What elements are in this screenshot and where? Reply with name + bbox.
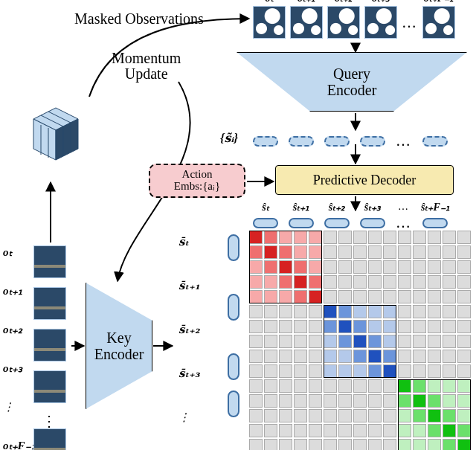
token	[228, 353, 239, 380]
masked-thumb: õₜ₊F₋₁	[422, 6, 455, 39]
masked-thumb: õₜ₊₂	[327, 6, 360, 39]
masked-obs-label: Masked Observations	[74, 10, 204, 28]
token	[422, 218, 448, 228]
obs-labels: oₜ oₜ₊₁ oₜ₊₂ oₜ₊₃ ⋮ oₜ₊F₋₁	[3, 245, 36, 450]
obs-thumb	[33, 428, 66, 450]
key-encoder: Key Encoder	[86, 283, 152, 409]
token	[324, 218, 350, 228]
momentum-label: Momentum Update	[112, 51, 181, 82]
masked-thumb: õₜ	[253, 6, 286, 39]
token	[289, 218, 314, 228]
token	[253, 136, 278, 147]
si-label: {s̃ᵢ}	[220, 131, 238, 145]
masked-obs-row: õₜ õₜ₊₁ õₜ₊₂ õₜ₊₃ … õₜ₊F₋₁	[253, 6, 455, 39]
masked-thumb: õₜ₊₃	[364, 6, 397, 39]
obs-thumb	[33, 329, 66, 361]
ellipsis: …	[402, 14, 418, 31]
query-encoder: Query Encoder	[237, 52, 467, 112]
token	[360, 218, 385, 228]
s-bar-col	[228, 234, 239, 450]
obs-thumb	[33, 370, 66, 403]
obs-thumb	[33, 287, 66, 320]
s-tilde-row: …	[253, 132, 448, 150]
obs-col: ⋮	[33, 245, 66, 450]
s-bar-labels: s̄ₜ s̄ₜ₊₁ s̄ₜ₊₂ s̄ₜ₊₃ ⋮ s̄ₜ₊F₋₁	[178, 235, 213, 450]
token	[289, 136, 314, 147]
ellipsis: …	[396, 214, 412, 231]
token	[360, 136, 385, 147]
token	[422, 136, 448, 147]
masked-thumb: õₜ₊₁	[290, 6, 323, 39]
s-hat-row: …	[253, 214, 448, 231]
token	[228, 294, 239, 321]
s-hat-labels: ŝₜ ŝₜ₊₁ ŝₜ₊₂ ŝₜ₊₃ … ŝₜ₊F₋₁	[253, 201, 446, 213]
token	[228, 234, 239, 261]
similarity-grid	[249, 231, 472, 446]
ellipsis: …	[396, 132, 412, 150]
token	[324, 136, 350, 147]
obs-thumb	[33, 245, 66, 278]
action-embs: Action Embs:{aᵢ}	[149, 164, 245, 198]
token	[228, 390, 239, 417]
voxel-cube	[11, 89, 100, 179]
token	[253, 218, 278, 228]
predictive-decoder: Predictive Decoder	[275, 165, 454, 195]
